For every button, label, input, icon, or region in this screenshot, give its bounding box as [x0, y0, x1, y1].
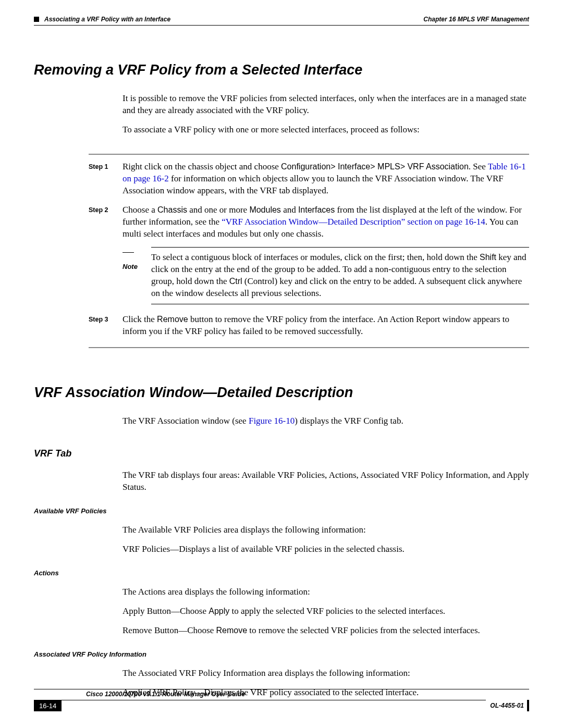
heading-available-vrf-policies: Available VRF Policies — [34, 507, 529, 515]
header-chapter: Chapter 16 MPLS VRF Management — [423, 16, 529, 23]
text: Apply Button—Choose — [123, 606, 209, 616]
paragraph: The Actions area displays the following … — [123, 586, 529, 598]
text: ) displays the VRF Config tab. — [295, 416, 403, 426]
ui-term: Interfaces — [298, 205, 335, 214]
step-label: Step 2 — [89, 204, 123, 240]
paragraph: Remove Button—Choose Remove to remove th… — [123, 625, 529, 637]
key-name: Ctrl — [229, 277, 242, 286]
note-tick — [123, 252, 134, 253]
footer-end-bar-icon — [527, 700, 529, 711]
ui-button-name: Remove — [216, 626, 247, 635]
step-1: Step 1 Right click on the chassis object… — [89, 161, 529, 197]
xref-link[interactable]: “VRF Association Window—Detailed Descrip… — [222, 217, 485, 227]
text: To select a contiguous block of interfac… — [151, 252, 480, 262]
page-header: Associating a VRF Policy with an Interfa… — [34, 16, 529, 23]
xref-link[interactable]: Figure 16-10 — [249, 416, 295, 426]
heading-removing-vrf: Removing a VRF Policy from a Selected In… — [34, 62, 529, 78]
footer-doc-id: OL-4455-01 — [486, 700, 524, 711]
paragraph: The VRF Association window (see Figure 1… — [123, 415, 529, 427]
paragraph: To associate a VRF policy with one or mo… — [123, 124, 529, 136]
note-rule-bottom — [151, 304, 529, 304]
step-label: Step 1 — [89, 161, 123, 197]
text: Right click on the chassis object and ch… — [123, 162, 281, 171]
step-body: Click the Remove button to remove the VR… — [123, 314, 529, 338]
text: to remove the selected VRF policies from… — [247, 625, 480, 635]
text: Choose a — [123, 205, 157, 215]
step-label: Step 3 — [89, 314, 123, 338]
ui-button-name: Apply — [209, 607, 229, 615]
paragraph: VRF Policies—Displays a list of availabl… — [123, 544, 529, 556]
ui-term: Chassis — [157, 205, 187, 214]
heading-vrf-association-window: VRF Association Window—Detailed Descript… — [34, 385, 529, 401]
text: . See — [469, 162, 488, 171]
paragraph: The Associated VRF Policy Information ar… — [123, 668, 529, 680]
page-footer: Cisco 12000/10700 v3.1.1 Router Manager … — [34, 689, 529, 711]
note-label: Note — [123, 263, 138, 270]
page-number: 16-14 — [34, 700, 62, 711]
text: for information on which objects allow y… — [123, 174, 504, 195]
heading-associated-vrf-policy-info: Associated VRF Policy Information — [34, 650, 529, 658]
footer-book-title: Cisco 12000/10700 v3.1.1 Router Manager … — [86, 690, 529, 698]
paragraph: The Available VRF Policies area displays… — [123, 524, 529, 536]
paragraph: It is possible to remove the VRF policie… — [123, 93, 529, 117]
steps-top-rule — [89, 154, 529, 155]
ui-term: Modules — [249, 205, 280, 214]
header-section: Associating a VRF Policy with an Interfa… — [44, 16, 170, 23]
heading-vrf-tab: VRF Tab — [34, 448, 529, 459]
text: Remove Button—Choose — [123, 625, 216, 635]
heading-actions: Actions — [34, 569, 529, 577]
header-rule — [34, 25, 529, 26]
ui-button-name: Remove — [157, 315, 188, 324]
step-3: Step 3 Click the Remove button to remove… — [89, 314, 529, 338]
text: Click the — [123, 314, 157, 324]
text: and — [281, 205, 298, 215]
paragraph: Apply Button—Choose Apply to apply the s… — [123, 606, 529, 618]
ui-path: Configuration> Interface> MPLS> VRF Asso… — [281, 162, 469, 171]
text: and one or more — [187, 205, 249, 215]
header-square-icon — [34, 17, 39, 22]
step-body: Choose a Chassis and one or more Modules… — [123, 204, 529, 240]
text: to apply the selected VRF policies to th… — [229, 606, 445, 616]
steps-bottom-rule — [89, 347, 529, 348]
step-body: Right click on the chassis object and ch… — [123, 161, 529, 197]
footer-rule — [34, 689, 529, 689]
paragraph: The VRF tab displays four areas: Availab… — [123, 470, 529, 493]
text: The VRF Association window (see — [123, 416, 249, 426]
key-name: Shift — [480, 253, 496, 262]
note-rule-top — [151, 247, 529, 248]
note-block: Note To select a contiguous block of int… — [123, 247, 529, 304]
step-2: Step 2 Choose a Chassis and one or more … — [89, 204, 529, 240]
